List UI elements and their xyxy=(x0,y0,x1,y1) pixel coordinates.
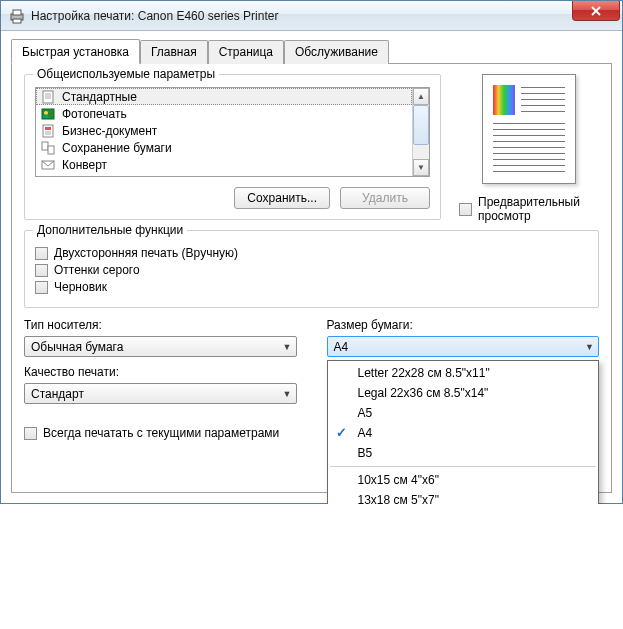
duplex-checkbox[interactable]: Двухсторонняя печать (Вручную) xyxy=(35,246,588,260)
scroll-thumb[interactable] xyxy=(413,105,429,145)
presets-listbox[interactable]: Стандартные Фотопечать Бизнес-документ xyxy=(35,87,430,177)
print-settings-window: Настройка печати: Canon E460 series Prin… xyxy=(0,0,623,504)
preset-label: Сохранение бумаги xyxy=(62,141,172,155)
draft-checkbox[interactable]: Черновик xyxy=(35,280,588,294)
checkbox-icon xyxy=(35,264,48,277)
svg-rect-11 xyxy=(43,125,53,137)
preview-column: Предварительный просмотр xyxy=(459,74,599,230)
printer-icon xyxy=(9,8,25,24)
dropdown-item[interactable]: B5 xyxy=(328,443,599,463)
combo-value: A4 xyxy=(334,340,349,354)
paper-save-icon xyxy=(40,140,56,156)
quality-combo[interactable]: Стандарт ▼ xyxy=(24,383,297,404)
preset-item-paper-save[interactable]: Сохранение бумаги xyxy=(36,139,412,156)
grayscale-checkbox[interactable]: Оттенки серого xyxy=(35,263,588,277)
tab-bar: Быстрая установка Главная Страница Обслу… xyxy=(11,39,612,64)
combo-value: Стандарт xyxy=(31,387,84,401)
paper-size-combo[interactable]: A4 ▼ xyxy=(327,336,600,357)
dropdown-item[interactable]: Letter 22x28 см 8.5"x11" xyxy=(328,363,599,383)
chevron-down-icon: ▼ xyxy=(283,389,292,399)
preview-checkbox-label: Предварительный просмотр xyxy=(478,195,599,223)
preset-label: Стандартные xyxy=(62,90,137,104)
checkbox-label: Черновик xyxy=(54,280,107,294)
tab-content: Общеиспользуемые параметры Стандартные Ф… xyxy=(11,64,612,493)
chevron-down-icon: ▼ xyxy=(283,342,292,352)
business-doc-icon xyxy=(40,123,56,139)
tab-quick-setup[interactable]: Быстрая установка xyxy=(11,39,140,64)
checkbox-label: Всегда печатать с текущими параметрами xyxy=(43,426,279,440)
checkbox-icon xyxy=(459,203,472,216)
checkbox-label: Оттенки серого xyxy=(54,263,140,277)
chevron-down-icon: ▼ xyxy=(585,342,594,352)
titlebar: Настройка печати: Canon E460 series Prin… xyxy=(1,1,622,31)
extra-group: Дополнительные функции Двухсторонняя печ… xyxy=(24,230,599,308)
tab-page[interactable]: Страница xyxy=(208,40,284,64)
envelope-icon xyxy=(40,157,56,173)
presets-group: Общеиспользуемые параметры Стандартные Ф… xyxy=(24,74,441,220)
preset-label: Конверт xyxy=(62,158,107,172)
svg-rect-15 xyxy=(42,142,48,150)
dropdown-item[interactable]: A4✓ xyxy=(328,423,599,443)
preview-rainbow-icon xyxy=(493,85,515,115)
tab-main[interactable]: Главная xyxy=(140,40,208,64)
combo-value: Обычная бумага xyxy=(31,340,123,354)
dropdown-item[interactable]: 13x18 см 5"x7" xyxy=(328,490,599,504)
preset-item-photo[interactable]: Фотопечать xyxy=(36,105,412,122)
photo-icon xyxy=(40,106,56,122)
svg-rect-12 xyxy=(45,127,51,130)
close-button[interactable] xyxy=(572,1,620,21)
delete-preset-button[interactable]: Удалить xyxy=(340,187,430,209)
checkbox-label: Двухсторонняя печать (Вручную) xyxy=(54,246,238,260)
close-icon xyxy=(591,6,601,16)
svg-rect-2 xyxy=(13,19,21,23)
tab-service[interactable]: Обслуживание xyxy=(284,40,389,64)
paper-size-label: Размер бумаги: xyxy=(327,318,600,332)
preset-item-business[interactable]: Бизнес-документ xyxy=(36,122,412,139)
checkbox-icon xyxy=(24,427,37,440)
svg-rect-16 xyxy=(48,146,54,154)
dropdown-separator xyxy=(330,466,597,467)
quality-label: Качество печати: xyxy=(24,365,297,379)
dropdown-item[interactable]: 10x15 см 4"x6" xyxy=(328,470,599,490)
media-type-label: Тип носителя: xyxy=(24,318,297,332)
presets-group-title: Общеиспользуемые параметры xyxy=(33,67,219,81)
svg-rect-1 xyxy=(13,10,21,15)
doc-icon xyxy=(40,89,56,105)
scroll-up-button[interactable]: ▲ xyxy=(413,88,429,105)
checkbox-icon xyxy=(35,281,48,294)
scroll-down-button[interactable]: ▼ xyxy=(413,159,429,176)
preset-label: Фотопечать xyxy=(62,107,127,121)
media-type-combo[interactable]: Обычная бумага ▼ xyxy=(24,336,297,357)
listbox-scrollbar[interactable]: ▲ ▼ xyxy=(412,88,429,176)
preset-item-envelope[interactable]: Конверт xyxy=(36,156,412,173)
checkbox-icon xyxy=(35,247,48,260)
extra-group-title: Дополнительные функции xyxy=(33,223,187,237)
always-print-checkbox[interactable]: Всегда печатать с текущими параметрами xyxy=(24,426,279,440)
paper-size-dropdown: Letter 22x28 см 8.5"x11"Legal 22x36 см 8… xyxy=(327,360,600,504)
check-icon: ✓ xyxy=(336,425,347,440)
dialog-body: Быстрая установка Главная Страница Обслу… xyxy=(1,31,622,503)
window-title: Настройка печати: Canon E460 series Prin… xyxy=(31,9,278,23)
dropdown-item[interactable]: A5 xyxy=(328,403,599,423)
save-preset-button[interactable]: Сохранить... xyxy=(234,187,330,209)
preview-thumbnail xyxy=(482,74,576,184)
dropdown-item[interactable]: Legal 22x36 см 8.5"x14" xyxy=(328,383,599,403)
svg-rect-5 xyxy=(43,91,53,103)
preset-item-standard[interactable]: Стандартные xyxy=(36,88,412,105)
preview-checkbox-row[interactable]: Предварительный просмотр xyxy=(459,195,599,223)
preset-label: Бизнес-документ xyxy=(62,124,157,138)
